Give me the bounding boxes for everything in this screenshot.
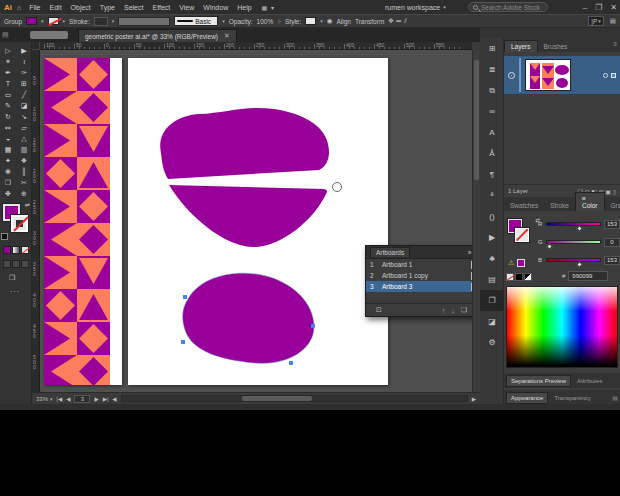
rotate-tool[interactable]: ↻ bbox=[0, 111, 16, 122]
last-artboard-button[interactable]: ▶| bbox=[103, 396, 109, 402]
move-down-icon[interactable]: ↓ bbox=[451, 307, 455, 314]
chevron-down-icon[interactable]: ▾ bbox=[320, 18, 323, 24]
stroke-proxy[interactable] bbox=[515, 228, 529, 242]
character-panel-icon[interactable]: A bbox=[480, 122, 504, 143]
none-button[interactable] bbox=[21, 246, 29, 254]
tab-bar-menu-icon[interactable]: ▤ bbox=[2, 31, 9, 39]
chevron-down-icon[interactable]: ▾ bbox=[63, 18, 66, 24]
menu-type[interactable]: Type bbox=[100, 4, 115, 11]
first-artboard-button[interactable]: |◀ bbox=[57, 396, 63, 402]
pattern-options-panel-icon[interactable]: ♣ bbox=[480, 248, 504, 269]
draw-inside-button[interactable] bbox=[21, 260, 29, 268]
tab-color[interactable]: ≡ Color bbox=[575, 192, 605, 211]
zoom-tool[interactable]: ⊕ bbox=[16, 188, 32, 199]
artboard-options-icon[interactable]: ⊡ bbox=[376, 306, 382, 314]
tab-bar-button[interactable] bbox=[30, 31, 68, 39]
menu-select[interactable]: Select bbox=[124, 4, 143, 11]
scrollbar-thumb[interactable] bbox=[474, 60, 479, 180]
curvature-tool[interactable]: ✑ bbox=[16, 67, 32, 78]
artboards-panel-icon[interactable]: ❐ bbox=[480, 290, 504, 311]
out-of-gamut-warning-icon[interactable]: ⚠ bbox=[508, 259, 514, 267]
transform-button[interactable]: Transform bbox=[355, 18, 384, 25]
menu-edit[interactable]: Edit bbox=[50, 4, 62, 11]
app-logo-icon[interactable]: Ai bbox=[4, 3, 12, 12]
scale-tool[interactable]: ↘ bbox=[16, 111, 32, 122]
actions-panel-icon[interactable]: ▶ bbox=[480, 227, 504, 248]
selection-indicator[interactable] bbox=[611, 73, 616, 78]
tab-swatches[interactable]: Swatches bbox=[504, 200, 544, 211]
align-button[interactable]: Align bbox=[336, 18, 350, 25]
style-swatch[interactable] bbox=[305, 17, 316, 25]
scroll-left-icon[interactable]: ◀ bbox=[112, 396, 116, 402]
free-transform-tool[interactable]: ▱ bbox=[16, 122, 32, 133]
hand-tool[interactable]: ✥ bbox=[0, 188, 16, 199]
vertical-ruler[interactable]: 5 01 0 01 5 02 0 02 5 03 0 03 5 04 0 04 … bbox=[32, 50, 40, 392]
new-layer-icon[interactable]: ▣ bbox=[605, 189, 612, 195]
black-swatch[interactable] bbox=[515, 273, 523, 281]
paragraph-panel-icon[interactable]: ¶ bbox=[480, 164, 504, 185]
symbol-sprayer-tool[interactable]: ❋ bbox=[0, 166, 16, 177]
align-panel-icon[interactable]: ≣ bbox=[480, 59, 504, 80]
artboard-number-field[interactable]: 3 bbox=[74, 395, 90, 403]
edit-toolbar-icon[interactable]: ··· bbox=[10, 288, 20, 295]
symbols-panel-icon[interactable]: ⊞ bbox=[480, 38, 504, 59]
stroke-weight-stepper[interactable] bbox=[94, 17, 108, 26]
layer-thumbnail[interactable] bbox=[525, 59, 571, 91]
zoom-level-dropdown[interactable]: 33% ▾ bbox=[36, 396, 53, 402]
links-panel-icon[interactable]: ∞ bbox=[480, 101, 504, 122]
direct-selection-tool[interactable]: ▷ bbox=[0, 45, 16, 56]
horizontal-ruler[interactable]: 10050050100150200250300350400450500550 bbox=[40, 42, 472, 50]
shape-builder-tool[interactable]: ◒ bbox=[0, 133, 16, 144]
close-button[interactable]: ✕ bbox=[610, 3, 617, 12]
layer-row[interactable] bbox=[504, 56, 620, 94]
opentype-panel-icon[interactable]: () bbox=[480, 206, 504, 227]
home-icon[interactable]: ⌂ bbox=[17, 4, 21, 11]
shear-icon[interactable]: ⫽ bbox=[404, 17, 407, 24]
lasso-tool[interactable]: ≀ bbox=[16, 56, 32, 67]
libraries-panel-icon[interactable]: ⚙ bbox=[480, 332, 504, 353]
slider-track[interactable] bbox=[546, 222, 601, 226]
opacity-value[interactable]: 100% bbox=[257, 18, 274, 25]
draw-normal-button[interactable] bbox=[3, 260, 11, 268]
search-input[interactable]: Search Adobe Stock bbox=[468, 2, 548, 12]
horizontal-scrollbar[interactable] bbox=[121, 395, 468, 402]
paintbrush-tool[interactable]: ✎ bbox=[0, 100, 16, 111]
color-button[interactable] bbox=[3, 246, 11, 254]
chevron-down-icon[interactable]: ▾ bbox=[41, 18, 44, 24]
tab-brushes[interactable]: Brushes bbox=[538, 41, 574, 52]
color-spectrum[interactable] bbox=[506, 286, 618, 368]
slider-value[interactable]: 153 bbox=[604, 256, 620, 265]
align-options-icon[interactable]: ≔ bbox=[396, 17, 404, 24]
document-tab[interactable]: geometric poster ai.ai* @ 33% (RGB/Previ… bbox=[78, 29, 237, 42]
slider-track[interactable] bbox=[546, 258, 601, 262]
scroll-right-icon[interactable]: ▶ bbox=[472, 396, 476, 402]
mesh-tool[interactable]: ▦ bbox=[0, 144, 16, 155]
geometric-pattern-artwork[interactable] bbox=[44, 58, 110, 385]
tab-stroke[interactable]: Stroke bbox=[544, 200, 575, 211]
gradient-tool[interactable]: ▥ bbox=[16, 144, 32, 155]
magic-wand-tool[interactable]: ✶ bbox=[0, 56, 16, 67]
menu-object[interactable]: Object bbox=[71, 4, 91, 11]
selection-tool[interactable]: ▶ bbox=[16, 45, 32, 56]
artboard-1[interactable] bbox=[44, 58, 122, 385]
rectangle-tool[interactable]: ▭ bbox=[0, 89, 16, 100]
arrange-documents-icon[interactable]: ▦ ▾ bbox=[262, 4, 275, 11]
panel-menu-icon[interactable]: ▤ bbox=[612, 394, 618, 401]
menu-help[interactable]: Help bbox=[237, 4, 251, 11]
slice-tool[interactable]: ✂ bbox=[16, 177, 32, 188]
previous-artboard-button[interactable]: ◀ bbox=[66, 396, 70, 402]
canvas[interactable]: Artboards » ≡ 1Artboard 12Artboard 1 cop… bbox=[40, 50, 472, 392]
tab-gradient[interactable]: Gradient bbox=[605, 200, 620, 211]
panel-menu-icon[interactable]: ≡ bbox=[613, 41, 617, 47]
vertical-scrollbar[interactable] bbox=[472, 50, 480, 392]
blend-tool[interactable]: ❖ bbox=[16, 155, 32, 166]
draw-behind-button[interactable] bbox=[12, 260, 20, 268]
menu-effect[interactable]: Effect bbox=[152, 4, 170, 11]
scrollbar-thumb[interactable] bbox=[242, 396, 312, 401]
properties-dock-toggle[interactable]: |P▾ bbox=[588, 16, 604, 26]
line-segment-tool[interactable]: ╱ bbox=[16, 89, 32, 100]
default-fill-stroke-icon[interactable] bbox=[1, 233, 8, 240]
swap-fill-stroke-icon[interactable]: ⇄ bbox=[25, 201, 30, 208]
glyphs-panel-icon[interactable]: Å bbox=[480, 143, 504, 164]
close-tab-icon[interactable]: ✕ bbox=[224, 32, 230, 40]
